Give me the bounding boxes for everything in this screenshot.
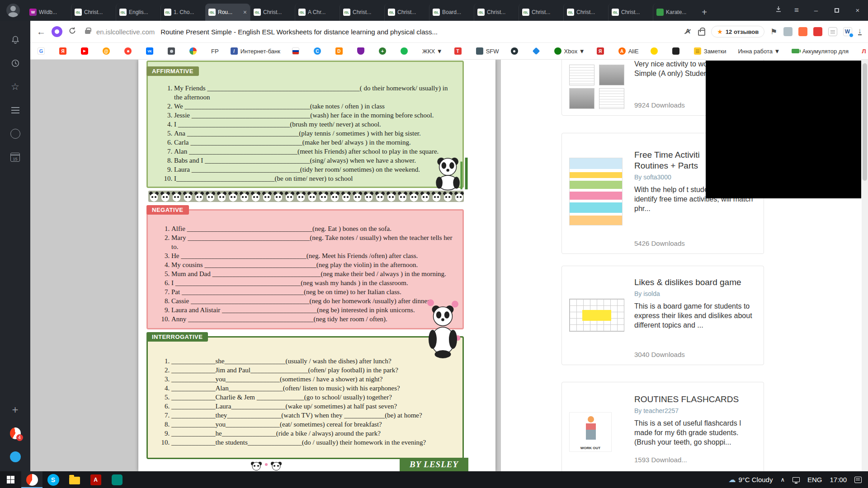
tab-isl-7[interactable]: Christ... bbox=[340, 4, 384, 21]
document-viewer[interactable]: AFFIRMATIVE My Friends _________________… bbox=[30, 60, 501, 471]
bookmark-yandex[interactable] bbox=[59, 47, 69, 55]
bookmark-palette[interactable] bbox=[189, 47, 199, 55]
extension-icon-orange[interactable] bbox=[798, 27, 807, 36]
taskbar-explorer[interactable] bbox=[64, 471, 85, 488]
close-window-button[interactable]: × bbox=[847, 0, 868, 21]
menu-icon[interactable]: ≡ bbox=[788, 0, 806, 21]
tab-isl-12[interactable]: Christ... bbox=[563, 4, 608, 21]
tab-close-icon[interactable]: × bbox=[243, 9, 247, 15]
reviews-badge[interactable]: ★ 12 отзывов bbox=[711, 26, 764, 38]
language-indicator[interactable]: ENG bbox=[807, 476, 822, 483]
bookmark-notes[interactable]: Заметки bbox=[694, 47, 726, 55]
bookmark-internet-bank[interactable]: Интернет-банк bbox=[231, 47, 280, 55]
card-title[interactable]: ROUTINES FLASHCARDS bbox=[634, 394, 756, 405]
related-card[interactable]: WORK OUT ROUTINES FLASHCARDS By teacher2… bbox=[561, 382, 764, 471]
bookmark-eye[interactable] bbox=[511, 47, 521, 55]
bookmark-sfw[interactable]: SFW bbox=[476, 47, 499, 55]
extension-icon-word[interactable] bbox=[843, 27, 852, 36]
bookmark-flag-icon[interactable]: ⚑ bbox=[770, 27, 777, 37]
bookmark-zhkh[interactable]: ЖКХ ▼ bbox=[422, 48, 443, 55]
bookmark-diamond[interactable] bbox=[533, 47, 542, 55]
calendar-icon[interactable]: 15 bbox=[10, 152, 21, 163]
bookmark-t-red[interactable] bbox=[454, 47, 464, 55]
tab-isl-10[interactable]: Christ... bbox=[474, 4, 519, 21]
extension-icon-pages[interactable] bbox=[828, 27, 837, 36]
extension-icon-gray[interactable] bbox=[783, 27, 793, 36]
bookmark-aliexpress[interactable]: AliE bbox=[618, 47, 639, 55]
bookmark-camera[interactable] bbox=[168, 47, 178, 55]
bookmark-c-blue[interactable] bbox=[314, 47, 324, 55]
translate-icon[interactable] bbox=[683, 27, 692, 36]
downloads-panel-icon[interactable] bbox=[769, 0, 788, 21]
bookmark-dns[interactable] bbox=[335, 47, 345, 55]
bookmark-mail[interactable] bbox=[103, 47, 113, 55]
start-button[interactable] bbox=[0, 471, 21, 488]
site-security-icon[interactable] bbox=[85, 30, 90, 34]
tab-isl-3[interactable]: 1. Cho... bbox=[160, 4, 205, 21]
tab-wildberries[interactable]: Wildb... bbox=[26, 4, 71, 21]
weather-widget[interactable]: ☁9°C Cloudy bbox=[728, 475, 773, 484]
purchases-icon[interactable] bbox=[698, 30, 705, 36]
bookmark-green[interactable] bbox=[401, 47, 410, 55]
scrollbar-thumb[interactable] bbox=[863, 63, 867, 181]
minimize-button[interactable]: – bbox=[806, 0, 826, 21]
history-clock-icon[interactable] bbox=[10, 58, 21, 69]
tab-isl-2[interactable]: Englis... bbox=[116, 4, 160, 21]
reload-button[interactable] bbox=[68, 27, 76, 37]
bookmark-battery[interactable]: Аккумулятор для bbox=[792, 47, 849, 55]
bookmark-inna-rabota[interactable]: Инна работа ▼ bbox=[738, 48, 780, 55]
new-tab-button[interactable]: + bbox=[698, 4, 711, 21]
tab-isl-1[interactable]: Christ... bbox=[71, 4, 116, 21]
card-author[interactable]: By teacher2257 bbox=[634, 407, 756, 414]
bookmark-google[interactable] bbox=[38, 47, 47, 55]
bookmark-ru-flag[interactable] bbox=[292, 47, 302, 55]
url-domain[interactable]: en.islcollective.com bbox=[96, 28, 155, 36]
bookmark-apple[interactable] bbox=[672, 47, 682, 55]
bookmark-yandex-2[interactable] bbox=[597, 47, 607, 55]
tab-isl-5[interactable]: Christ... bbox=[250, 4, 295, 21]
bookmark-shield[interactable] bbox=[357, 47, 367, 55]
taskbar-skype[interactable] bbox=[42, 471, 64, 488]
bookmark-maps[interactable] bbox=[124, 47, 134, 55]
feed-icon[interactable] bbox=[10, 105, 21, 116]
messenger-icon[interactable] bbox=[10, 451, 21, 462]
extension-icon-red[interactable] bbox=[813, 27, 822, 36]
worksheet-sentence: _____________you________________(eat/ so… bbox=[171, 420, 456, 429]
card-title[interactable]: Likes & dislikes board game bbox=[634, 277, 756, 288]
taskbar-clock[interactable]: 17:00 bbox=[830, 476, 847, 483]
skype-icon bbox=[47, 474, 59, 486]
bookmark-yellow[interactable] bbox=[651, 47, 660, 55]
yandex-browser-icon[interactable]: 4 bbox=[10, 428, 21, 439]
tab-isl-9[interactable]: Board... bbox=[429, 4, 474, 21]
bookmark-vk[interactable] bbox=[146, 47, 156, 55]
sidebar-add-button[interactable]: + bbox=[10, 404, 21, 415]
page-scrollbar[interactable] bbox=[862, 60, 868, 471]
bookmark-youtube[interactable] bbox=[81, 47, 91, 55]
back-button[interactable]: ← bbox=[37, 27, 46, 37]
notifications-bell-icon[interactable] bbox=[10, 34, 21, 45]
tray-display-icon[interactable] bbox=[793, 477, 800, 482]
favorites-star-icon[interactable]: ☆ bbox=[10, 81, 21, 92]
tab-isl-8[interactable]: Christ... bbox=[384, 4, 429, 21]
tab-active-routine[interactable]: Rou...× bbox=[205, 4, 250, 21]
taskbar-acrobat[interactable] bbox=[85, 471, 106, 488]
alice-icon[interactable] bbox=[52, 26, 62, 37]
maximize-button[interactable] bbox=[826, 0, 847, 21]
card-author[interactable]: By isolda bbox=[634, 290, 756, 297]
bookmark-xbox[interactable]: Xbox ▼ bbox=[554, 47, 585, 55]
taskbar-app[interactable] bbox=[106, 471, 127, 488]
related-card[interactable]: Likes & dislikes board game By isolda Th… bbox=[561, 266, 764, 365]
tab-isl-11[interactable]: Christ... bbox=[519, 4, 563, 21]
profile-avatar[interactable] bbox=[6, 4, 20, 17]
video-play-icon[interactable] bbox=[10, 128, 21, 139]
bookmark-clover[interactable] bbox=[379, 47, 389, 55]
tab-isl-13[interactable]: Christ... bbox=[608, 4, 653, 21]
taskbar-yandex-browser[interactable] bbox=[21, 471, 42, 488]
tab-isl-6[interactable]: A Chr... bbox=[295, 4, 340, 21]
tab-karate[interactable]: Karate... bbox=[653, 4, 698, 21]
bookmark-fp[interactable]: FP bbox=[211, 48, 219, 55]
action-center-icon[interactable] bbox=[854, 477, 862, 483]
bookmark-l-red[interactable]: 10 bbox=[860, 47, 868, 55]
downloads-icon[interactable]: ↓ bbox=[858, 28, 862, 35]
tray-expand-icon[interactable]: ∧ bbox=[780, 476, 785, 483]
